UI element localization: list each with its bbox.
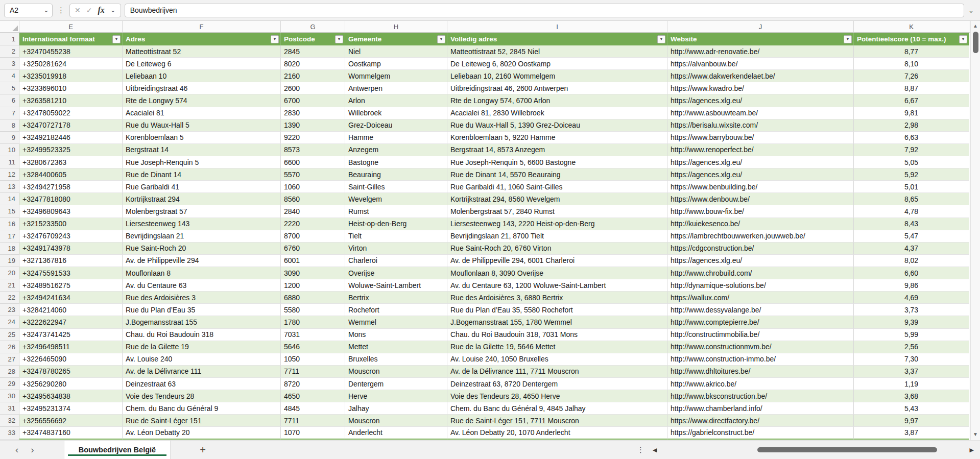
scroll-right-icon[interactable]: ▶: [967, 447, 977, 453]
column-letter[interactable]: H: [345, 21, 447, 32]
filter-button[interactable]: ▼: [271, 35, 279, 43]
cell-phone[interactable]: +32475591533: [19, 267, 123, 279]
formula-input[interactable]: Bouwbedrijven: [125, 4, 964, 17]
cell-gemeente[interactable]: Virton: [345, 243, 447, 255]
row-number[interactable]: 23: [0, 304, 19, 316]
cell-adres[interactable]: Uitbreidingstraat 46: [123, 82, 281, 94]
cell-postcode[interactable]: 1060: [281, 181, 345, 193]
cell-score[interactable]: 7,26: [854, 70, 969, 82]
cell-website[interactable]: https://www.denbouw.be/: [667, 193, 854, 205]
cell-score[interactable]: 3,87: [854, 427, 969, 439]
header-cell-phone[interactable]: Internationaal formaat▼: [19, 33, 123, 45]
cell-website[interactable]: http://www.adr-renovatie.be/: [667, 45, 854, 58]
cancel-icon[interactable]: ✕: [75, 6, 81, 14]
cell-website[interactable]: http://www.construction-immo.be/: [667, 353, 854, 366]
cell-volledig-adres[interactable]: Rue Joseph-Renquin 5, 6600 Bastogne: [447, 156, 667, 168]
cell-postcode[interactable]: 1780: [281, 316, 345, 328]
cell-postcode[interactable]: 6880: [281, 292, 345, 304]
cell-volledig-adres[interactable]: Rue de la Gilette 19, 5646 Mettet: [447, 341, 667, 353]
kebab-icon[interactable]: ⋮: [632, 445, 650, 454]
cell-website[interactable]: http://www.akrico.be/: [667, 378, 854, 390]
row-number[interactable]: 8: [0, 119, 19, 132]
cell-postcode[interactable]: 1050: [281, 353, 345, 366]
row-number[interactable]: 24: [0, 316, 19, 328]
cell-adres[interactable]: Rue de la Gilette 19: [123, 341, 281, 353]
cell-postcode[interactable]: 4845: [281, 402, 345, 415]
cell-website[interactable]: http://www.comptepierre.be/: [667, 316, 854, 328]
cell-gemeente[interactable]: Bertrix: [345, 292, 447, 304]
cell-phone[interactable]: +3280672363: [19, 156, 123, 168]
cell-postcode[interactable]: 6760: [281, 243, 345, 255]
cell-adres[interactable]: Av. Léon Debatty 20: [123, 427, 281, 439]
cell-postcode[interactable]: 8020: [281, 58, 345, 70]
cell-adres[interactable]: Liersesteenweg 143: [123, 218, 281, 230]
cell-postcode[interactable]: 5580: [281, 304, 345, 316]
row-number[interactable]: 25: [0, 329, 19, 341]
cell-phone[interactable]: +3233696010: [19, 82, 123, 94]
scroll-up-icon[interactable]: ▲: [973, 23, 978, 30]
cell-adres[interactable]: Chem. du Banc du Général 9: [123, 402, 281, 415]
cell-gemeente[interactable]: Tielt: [345, 230, 447, 243]
row-number[interactable]: 29: [0, 378, 19, 390]
cell-gemeente[interactable]: Woluwe-Saint-Lambert: [345, 279, 447, 292]
row-number[interactable]: 33: [0, 427, 19, 439]
cell-postcode[interactable]: 2160: [281, 70, 345, 82]
filter-button[interactable]: ▼: [844, 35, 852, 43]
cell-postcode[interactable]: 6700: [281, 94, 345, 107]
cell-postcode[interactable]: 8560: [281, 193, 345, 205]
cell-adres[interactable]: Voie des Tendeurs 28: [123, 390, 281, 402]
cell-gemeente[interactable]: Rochefort: [345, 304, 447, 316]
cell-website[interactable]: http://www.chamberland.info/: [667, 402, 854, 415]
cell-score[interactable]: 3,37: [854, 366, 969, 378]
cell-website[interactable]: http://www.renoperfect.be/: [667, 144, 854, 156]
cell-volledig-adres[interactable]: J.Bogemansstraat 155, 1780 Wemmel: [447, 316, 667, 328]
cell-website[interactable]: https://www.kwadro.be/: [667, 82, 854, 94]
cell-phone[interactable]: +32491743978: [19, 243, 123, 255]
cell-phone[interactable]: +32495634838: [19, 390, 123, 402]
cell-score[interactable]: 7,30: [854, 353, 969, 366]
row-number[interactable]: 22: [0, 292, 19, 304]
cell-adres[interactable]: Av. de Philippeville 294: [123, 255, 281, 267]
select-all-corner[interactable]: [0, 21, 19, 32]
cell-gemeente[interactable]: Heist-op-den-Berg: [345, 218, 447, 230]
cell-volledig-adres[interactable]: Matteottistraat 52, 2845 Niel: [447, 45, 667, 58]
vertical-scrollbar-thumb[interactable]: [973, 32, 978, 53]
cell-postcode[interactable]: 2840: [281, 205, 345, 218]
cell-score[interactable]: 5,99: [854, 329, 969, 341]
cell-website[interactable]: http://constructimmobilia.be/: [667, 329, 854, 341]
cell-postcode[interactable]: 2220: [281, 218, 345, 230]
cell-gemeente[interactable]: Overijse: [345, 267, 447, 279]
cell-phone[interactable]: +32478780265: [19, 366, 123, 378]
horizontal-scrollbar[interactable]: ◀ ▶: [650, 447, 977, 453]
cell-website[interactable]: https://cdgconstruction.be/: [667, 243, 854, 255]
cell-gemeente[interactable]: Herve: [345, 390, 447, 402]
cell-phone[interactable]: +3256290280: [19, 378, 123, 390]
cell-phone[interactable]: +3226465090: [19, 353, 123, 366]
scroll-left-icon[interactable]: ◀: [650, 447, 660, 453]
cell-gemeente[interactable]: Wevelgem: [345, 193, 447, 205]
cell-volledig-adres[interactable]: Rue du Plan d’Eau 35, 5580 Rochefort: [447, 304, 667, 316]
cell-volledig-adres[interactable]: Av. du Centaure 63, 1200 Woluwe-Saint-La…: [447, 279, 667, 292]
cell-volledig-adres[interactable]: Chem. du Banc du Général 9, 4845 Jalhay: [447, 402, 667, 415]
cell-score[interactable]: 5,43: [854, 402, 969, 415]
cell-volledig-adres[interactable]: Voie des Tendeurs 28, 4650 Herve: [447, 390, 667, 402]
header-cell-website[interactable]: Website▼: [667, 33, 854, 45]
cell-adres[interactable]: Matteottistraat 52: [123, 45, 281, 58]
cell-adres[interactable]: Rue du Waux-Hall 5: [123, 119, 281, 132]
cell-gemeente[interactable]: Mettet: [345, 341, 447, 353]
cell-website[interactable]: http://dynamique-solutions.be/: [667, 279, 854, 292]
cell-website[interactable]: http://www.chrobuild.com/: [667, 267, 854, 279]
cell-volledig-adres[interactable]: Kortrijkstraat 294, 8560 Wevelgem: [447, 193, 667, 205]
cell-score[interactable]: 8,10: [854, 58, 969, 70]
chevron-down-icon[interactable]: ⌄: [43, 8, 49, 13]
header-cell-volledig-adres[interactable]: Volledig adres▼: [447, 33, 667, 45]
cell-adres[interactable]: Korenbloemlaan 5: [123, 132, 281, 144]
cell-postcode[interactable]: 7711: [281, 415, 345, 427]
row-number[interactable]: 9: [0, 132, 19, 144]
cell-volledig-adres[interactable]: Chau. du Roi Baudouin 318, 7031 Mons: [447, 329, 667, 341]
row-number[interactable]: 11: [0, 156, 19, 168]
cell-gemeente[interactable]: Bruxelles: [345, 353, 447, 366]
row-number[interactable]: 13: [0, 181, 19, 193]
cell-gemeente[interactable]: Charleroi: [345, 255, 447, 267]
cell-score[interactable]: 8,77: [854, 45, 969, 58]
